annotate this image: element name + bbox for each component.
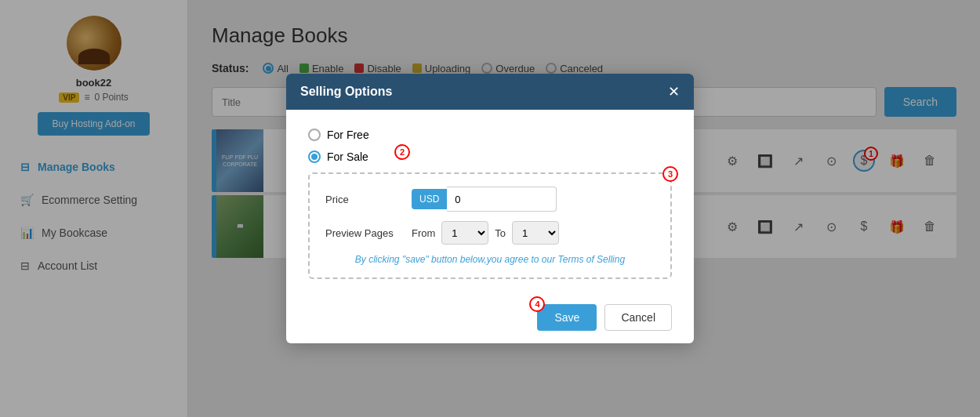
annotation-badge-2: 2: [394, 144, 410, 160]
for-free-option[interactable]: For Free: [308, 129, 672, 141]
for-free-label: For Free: [327, 129, 369, 141]
selling-options-modal: Selling Options ✕ For Free For Sale 2 3 …: [286, 74, 694, 343]
modal-body: For Free For Sale 2 3 Price USD: [286, 110, 694, 295]
price-field-row: Price USD: [325, 187, 655, 212]
from-pages-select[interactable]: 1: [441, 221, 488, 245]
for-sale-radio: [308, 150, 321, 163]
for-sale-option[interactable]: For Sale 2: [308, 150, 672, 163]
save-button[interactable]: Save: [537, 304, 597, 331]
price-input[interactable]: [447, 187, 557, 212]
modal-title: Selling Options: [300, 85, 392, 99]
save-btn-wrapper: 4 Save: [537, 304, 597, 331]
price-options-box: 3 Price USD Preview Pages From 1: [308, 172, 672, 279]
modal-footer: 4 Save Cancel: [286, 295, 694, 343]
modal-overlay: Selling Options ✕ For Free For Sale 2 3 …: [0, 0, 980, 417]
modal-close-button[interactable]: ✕: [668, 85, 680, 99]
terms-text: By clicking "save" button below,you agre…: [325, 254, 655, 265]
annotation-badge-3: 3: [662, 166, 678, 182]
to-label: To: [495, 227, 506, 239]
for-free-radio: [308, 129, 321, 141]
cancel-button[interactable]: Cancel: [604, 304, 672, 331]
price-input-group: USD: [412, 187, 557, 212]
to-pages-select[interactable]: 1: [512, 221, 559, 245]
price-label: Price: [325, 194, 404, 205]
preview-pages-row: Preview Pages From 1 To 1: [325, 221, 655, 245]
preview-pages-label: Preview Pages: [325, 227, 404, 239]
currency-button[interactable]: USD: [412, 189, 447, 209]
from-label: From: [412, 227, 435, 239]
pages-controls: From 1 To 1: [412, 221, 559, 245]
for-sale-label: For Sale: [327, 150, 368, 163]
modal-header: Selling Options ✕: [286, 74, 694, 110]
